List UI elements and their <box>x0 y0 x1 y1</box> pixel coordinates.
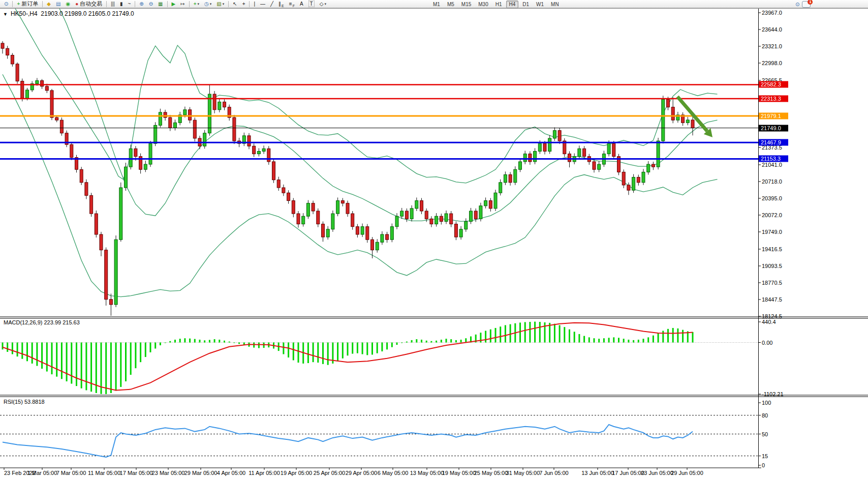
bear-candle <box>667 99 670 107</box>
timeframe-m5[interactable]: M5 <box>444 1 457 8</box>
macd-histogram-bar <box>135 343 136 369</box>
chart-canvas[interactable] <box>0 0 868 478</box>
line-chart-icon[interactable]: ~ <box>126 0 133 8</box>
bull-candle <box>504 174 507 182</box>
chevron-down-icon[interactable]: ▾ <box>324 2 326 6</box>
macd-histogram-bar <box>81 343 82 389</box>
macd-histogram-bar <box>500 326 501 342</box>
bull-candle <box>381 234 384 242</box>
macd-histogram-bar <box>564 327 565 342</box>
bear-candle <box>489 201 492 208</box>
zoom-in-icon[interactable]: ⊕ <box>137 0 145 8</box>
candlestick-chart-icon[interactable]: ▮ <box>118 0 125 8</box>
bull-candle <box>302 216 305 224</box>
toolbar-separator <box>135 1 135 7</box>
bear-candle <box>90 195 93 214</box>
channel-tool[interactable]: ∥E <box>276 0 286 8</box>
bull-candle <box>361 227 364 234</box>
bar-chart-icon[interactable]: ||| <box>109 0 117 8</box>
macd-histogram-bar <box>357 343 358 353</box>
signals-icon[interactable]: ◉ <box>64 0 72 8</box>
bear-candle <box>322 224 325 237</box>
arrows-glyph: ◇ <box>320 1 324 7</box>
notifications-icon[interactable]: 1 <box>802 1 811 8</box>
macd-histogram-bar <box>578 334 580 343</box>
bull-candle <box>149 143 152 164</box>
vertical-line-tool[interactable]: | <box>252 0 257 8</box>
new-order-button[interactable]: +新订单 <box>15 0 40 8</box>
timeframe-m1[interactable]: M1 <box>430 1 443 8</box>
bull-candle <box>257 152 260 154</box>
macd-histogram-bar <box>416 339 417 342</box>
macd-histogram-bar <box>594 338 595 342</box>
chart-shift-icon[interactable]: ↦ <box>178 0 187 8</box>
toolbar-separator <box>189 1 190 7</box>
search-icon[interactable]: ⊙ <box>793 0 801 8</box>
templates-icon[interactable]: ▧▾ <box>214 0 226 8</box>
chevron-down-icon[interactable]: ▾ <box>223 2 225 6</box>
macd-histogram-bar <box>446 339 447 342</box>
periods-icon[interactable]: ◷▾ <box>202 0 213 8</box>
fibonacci-tool[interactable]: ≡F <box>287 0 297 8</box>
text-glyph: A <box>300 1 303 7</box>
bull-candle <box>523 154 526 162</box>
timeframe-h1[interactable]: H1 <box>492 1 505 8</box>
macd-histogram-bar <box>623 339 625 342</box>
macd-histogram-bar <box>460 340 462 343</box>
bull-candle <box>553 131 556 138</box>
auto-scroll-icon[interactable]: ▶ <box>170 0 178 8</box>
text-label-tool[interactable]: T <box>306 0 317 8</box>
auto-trading-button[interactable]: ●自动交易 <box>73 0 104 8</box>
arrows-tool[interactable]: ◇▾ <box>318 0 328 8</box>
text-tool[interactable]: A <box>298 0 305 8</box>
timeframe-h4[interactable]: H4 <box>506 1 519 8</box>
macd-histogram-bar <box>209 340 210 342</box>
zoom-out-icon[interactable]: ⊖ <box>147 0 155 8</box>
bull-candle <box>336 201 339 214</box>
bear-candle <box>6 48 9 55</box>
timeframe-d1[interactable]: D1 <box>519 1 532 8</box>
trendline-tool[interactable]: ╱ <box>268 0 275 8</box>
bear-candle <box>1 43 4 48</box>
tile-windows-icon[interactable]: ▦ <box>156 0 165 8</box>
market-watch-icon[interactable]: ◆ <box>45 0 53 8</box>
timeframe-m30[interactable]: M30 <box>475 1 491 8</box>
horizontal-line-tool[interactable]: — <box>258 0 267 8</box>
crosshair-tool[interactable]: + <box>240 0 247 8</box>
bear-candle <box>45 86 48 91</box>
macd-histogram-bar <box>628 340 629 343</box>
bull-candle <box>376 242 379 250</box>
macd-histogram-bar <box>317 343 319 363</box>
macd-histogram-bar <box>26 343 28 362</box>
bull-candle <box>657 141 660 167</box>
timeframe-mn[interactable]: MN <box>548 1 562 8</box>
crosshair-glyph: + <box>242 1 245 7</box>
vertical-line-glyph: | <box>254 1 255 7</box>
macd-histogram-bar <box>381 343 383 351</box>
bear-candle <box>213 94 216 110</box>
macd-histogram-bar <box>495 328 497 343</box>
macd-histogram-bar <box>421 340 422 343</box>
timeframe-m15[interactable]: M15 <box>458 1 474 8</box>
macd-histogram-bar <box>455 340 457 343</box>
macd-histogram-bar <box>574 332 575 342</box>
bull-candle <box>578 148 581 156</box>
data-window-icon[interactable]: ▤ <box>54 0 63 8</box>
indicators-icon[interactable]: +▾ <box>192 0 201 8</box>
macd-histogram-bar <box>677 328 678 343</box>
macd-histogram-bar <box>224 341 225 343</box>
bear-candle <box>21 81 24 99</box>
bull-candle <box>183 110 187 115</box>
macd-histogram-bar <box>638 340 639 343</box>
timeframe-w1[interactable]: W1 <box>533 1 547 8</box>
bull-candle <box>499 183 502 193</box>
cursor-tool[interactable]: ↖ <box>231 0 239 8</box>
chevron-down-icon[interactable]: ▾ <box>210 2 212 6</box>
macd-histogram-bar <box>430 341 432 343</box>
chevron-down-icon[interactable]: ▾ <box>198 2 200 6</box>
bear-candle <box>568 154 571 162</box>
macd-histogram-bar <box>17 343 18 357</box>
candlestick-chart-icon-glyph: ▮ <box>120 1 123 7</box>
market-watch-icon-glyph: ◆ <box>47 1 51 7</box>
symbol-preview-icon[interactable]: ⊙ <box>2 0 10 8</box>
